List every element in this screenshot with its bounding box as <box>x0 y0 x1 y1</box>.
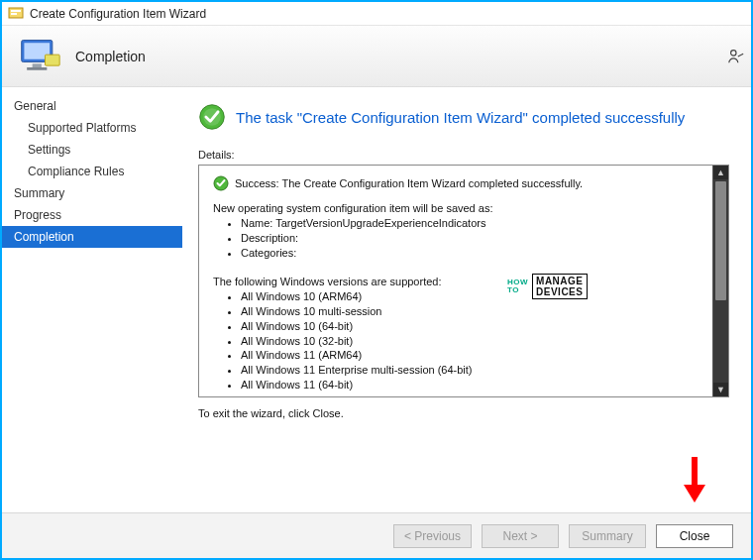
banner: Completion <box>2 26 751 87</box>
sidebar-item-supported-platforms[interactable]: Supported Platforms <box>2 117 182 139</box>
svg-rect-5 <box>33 63 42 67</box>
wizard-footer: < Previous Next > Summary Close <box>2 512 751 558</box>
success-check-icon <box>213 175 229 191</box>
sidebar-item-completion[interactable]: Completion <box>2 226 182 248</box>
scroll-down-icon[interactable]: ▼ <box>713 383 728 396</box>
main-panel: The task "Create Configuration Item Wiza… <box>182 89 751 510</box>
details-scrollbar[interactable]: ▲ ▼ <box>712 166 728 396</box>
sidebar-item-settings[interactable]: Settings <box>2 139 182 161</box>
previous-button: < Previous <box>393 524 472 548</box>
sidebar-item-progress[interactable]: Progress <box>2 204 182 226</box>
summary-button: Summary <box>569 524 646 548</box>
next-button: Next > <box>482 524 559 548</box>
saved-as-description: Description: <box>241 231 699 246</box>
sidebar-item-compliance-rules[interactable]: Compliance Rules <box>2 161 182 182</box>
supported-version-item: All Windows 11 (ARM64) <box>241 348 699 363</box>
completion-heading-text: The task "Create Configuration Item Wiza… <box>236 109 685 126</box>
sidebar-item-general[interactable]: General <box>2 95 182 117</box>
svg-rect-1 <box>11 10 21 12</box>
supported-version-item: All Windows 10 (64-bit) <box>241 319 699 334</box>
wizard-app-icon <box>8 6 24 22</box>
banner-title: Completion <box>75 49 146 64</box>
success-line-text: Success: The Create Configuration Item W… <box>235 176 583 191</box>
close-button[interactable]: Close <box>656 524 733 548</box>
supported-version-item: All Windows 10 (32-bit) <box>241 334 699 349</box>
exit-hint: To exit the wizard, click Close. <box>198 407 729 419</box>
supported-version-item: All Windows 11 (64-bit) <box>241 378 699 392</box>
wizard-steps-sidebar: General Supported Platforms Settings Com… <box>2 89 182 510</box>
svg-rect-6 <box>27 67 47 70</box>
supported-versions-header: The following Windows versions are suppo… <box>213 275 699 289</box>
scroll-thumb[interactable] <box>715 181 726 300</box>
supported-version-item: All Windows 10 (ARM64) <box>241 289 699 304</box>
titlebar: Create Configuration Item Wizard <box>2 2 751 26</box>
user-overlay-icon <box>727 48 745 67</box>
success-check-icon <box>198 103 226 131</box>
saved-as-categories: Categories: <box>241 246 699 261</box>
scroll-up-icon[interactable]: ▲ <box>713 166 728 179</box>
svg-point-8 <box>731 51 736 56</box>
monitor-icon <box>18 35 61 78</box>
details-label: Details: <box>198 149 729 161</box>
completion-heading: The task "Create Configuration Item Wiza… <box>198 103 729 131</box>
content-area: General Supported Platforms Settings Com… <box>2 89 751 510</box>
supported-version-item: All Windows 10 multi-session <box>241 304 699 319</box>
sidebar-item-summary[interactable]: Summary <box>2 182 182 204</box>
saved-as-name: Name: TargetVersionUpgradeExperienceIndi… <box>241 216 699 231</box>
details-box: Success: The Create Configuration Item W… <box>198 165 729 397</box>
svg-rect-7 <box>46 55 60 65</box>
supported-version-item: All Windows 11 Enterprise multi-session … <box>241 363 699 378</box>
window-title: Create Configuration Item Wizard <box>30 7 206 21</box>
saved-as-header: New operating system configuration item … <box>213 201 699 216</box>
details-content: Success: The Create Configuration Item W… <box>199 166 712 396</box>
svg-rect-2 <box>11 13 17 15</box>
